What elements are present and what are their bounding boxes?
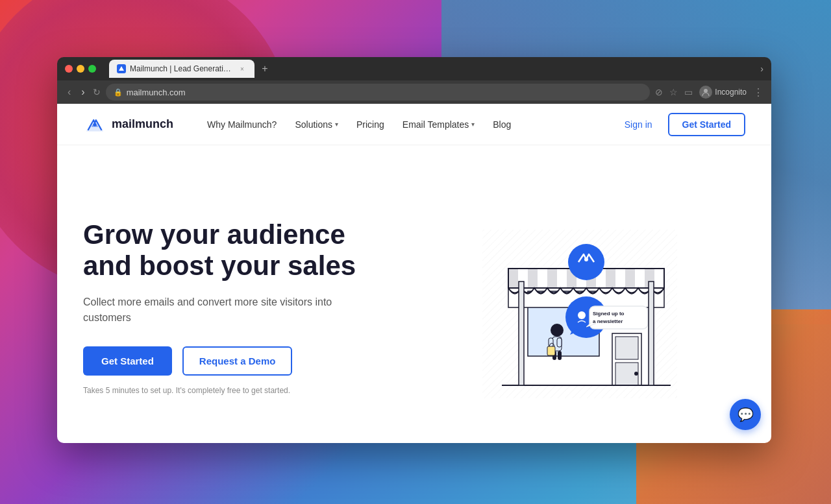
back-button[interactable]: ‹ — [65, 85, 73, 99]
hero-subtitle: Collect more emails and convert more sit… — [83, 294, 343, 326]
nav-links: Why Mailmunch? Solutions ▾ Pricing Email… — [199, 114, 617, 135]
logo-text: mailmunch — [112, 117, 173, 131]
svg-text:a newsletter: a newsletter — [593, 318, 623, 324]
tab-options-icon[interactable]: ▭ — [684, 87, 693, 97]
hero-request-demo-button[interactable]: Request a Demo — [182, 346, 293, 376]
hero-content: Grow your audience and boost your sales … — [83, 219, 414, 396]
bookmark-icon[interactable]: ☆ — [669, 87, 678, 97]
chat-icon: 💬 — [738, 407, 754, 422]
incognito-avatar — [699, 86, 712, 99]
nav-email-templates[interactable]: Email Templates ▾ — [395, 114, 482, 135]
svg-rect-31 — [589, 306, 648, 329]
close-tab-button[interactable]: × — [238, 64, 247, 73]
svg-rect-7 — [615, 337, 638, 359]
svg-rect-17 — [606, 269, 615, 288]
svg-rect-27 — [558, 351, 562, 360]
url-field[interactable]: 🔒 mailmunch.com — [106, 84, 651, 101]
browser-actions: ⊘ ☆ ▭ Incognito ⋮ — [655, 86, 763, 99]
browser-window: Mailmunch | Lead Generation & × + › ‹ › … — [57, 57, 771, 443]
hero-buttons: Get Started Request a Demo — [83, 346, 388, 376]
svg-text:Signed up to: Signed up to — [593, 311, 625, 317]
nav-pricing[interactable]: Pricing — [349, 114, 392, 135]
lock-icon: 🔒 — [114, 88, 123, 97]
svg-rect-14 — [547, 269, 557, 288]
svg-rect-18 — [625, 269, 635, 288]
reload-button[interactable]: ↻ — [93, 87, 101, 97]
svg-point-20 — [568, 244, 604, 280]
tab-title: Mailmunch | Lead Generation & — [130, 64, 234, 73]
active-tab[interactable]: Mailmunch | Lead Generation & × — [109, 60, 254, 78]
svg-rect-25 — [557, 338, 562, 347]
svg-point-0 — [704, 89, 708, 93]
hero-section: Grow your audience and boost your sales … — [57, 145, 771, 443]
sign-in-button[interactable]: Sign in — [617, 114, 660, 135]
nav-blog[interactable]: Blog — [485, 114, 519, 135]
svg-rect-35 — [519, 282, 524, 385]
svg-point-30 — [578, 311, 586, 319]
incognito-label: Incognito — [715, 88, 747, 97]
svg-rect-36 — [649, 282, 654, 385]
get-started-nav-button[interactable]: Get Started — [668, 113, 745, 136]
url-text: mailmunch.com — [127, 88, 186, 97]
hero-get-started-button[interactable]: Get Started — [83, 346, 172, 376]
navbar: mailmunch Why Mailmunch? Solutions ▾ Pri… — [57, 104, 771, 145]
browser-titlebar: Mailmunch | Lead Generation & × + › — [57, 57, 771, 80]
address-bar: ‹ › ↻ 🔒 mailmunch.com ⊘ ☆ ▭ Incognito ⋮ — [57, 80, 771, 104]
more-options-button[interactable]: ⋮ — [753, 86, 763, 99]
svg-point-22 — [551, 324, 564, 337]
logo-icon — [83, 115, 106, 134]
svg-point-21 — [584, 258, 588, 261]
website-content: mailmunch Why Mailmunch? Solutions ▾ Pri… — [57, 104, 771, 443]
close-window-button[interactable] — [65, 65, 73, 73]
store-illustration: Signed up to a newsletter — [443, 204, 716, 411]
tab-chevron-icon: › — [760, 64, 763, 74]
logo[interactable]: mailmunch — [83, 115, 173, 134]
cast-icon[interactable]: ⊘ — [655, 87, 663, 97]
svg-rect-28 — [547, 346, 555, 355]
nav-why-mailmunch[interactable]: Why Mailmunch? — [199, 114, 284, 135]
hero-illustration: Signed up to a newsletter — [414, 204, 745, 411]
svg-point-9 — [634, 372, 638, 376]
tab-bar: Mailmunch | Lead Generation & × + › — [109, 60, 763, 78]
nav-solutions[interactable]: Solutions ▾ — [287, 114, 346, 135]
email-templates-chevron-icon: ▾ — [471, 121, 475, 128]
new-tab-button[interactable]: + — [257, 61, 273, 77]
forward-button[interactable]: › — [79, 85, 87, 99]
nav-actions: Sign in Get Started — [617, 113, 745, 136]
tab-favicon — [117, 64, 126, 73]
hero-title: Grow your audience and boost your sales — [83, 219, 388, 282]
hero-note: Takes 5 minutes to set up. It's complete… — [83, 386, 388, 395]
traffic-lights — [65, 65, 96, 73]
svg-rect-12 — [508, 269, 518, 288]
maximize-window-button[interactable] — [88, 65, 96, 73]
solutions-chevron-icon: ▾ — [335, 121, 338, 128]
chat-widget-button[interactable]: 💬 — [730, 399, 761, 430]
svg-rect-13 — [528, 269, 538, 288]
incognito-badge: Incognito — [699, 86, 747, 99]
minimize-window-button[interactable] — [77, 65, 84, 73]
